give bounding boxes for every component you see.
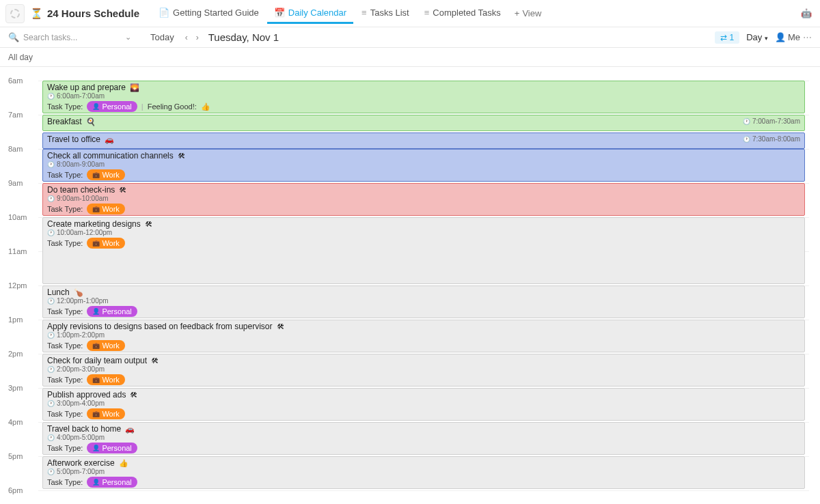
event-title: Afterwork exercise 👍	[47, 458, 800, 468]
current-date: Tuesday, Nov 1	[208, 31, 279, 43]
tag-icon: 💼	[92, 171, 100, 178]
tab-tasks-list[interactable]: ≡Tasks List	[355, 3, 416, 24]
clock-icon: 🕐	[47, 298, 55, 305]
event-emoji-icon: 👍	[117, 459, 128, 467]
tag-icon: 👤	[92, 479, 100, 486]
time-label: 4pm	[8, 418, 23, 426]
tag-icon: 💼	[92, 410, 100, 417]
view-granularity-select[interactable]: Day ▾	[746, 32, 768, 42]
event-meta: Task Type: 💼Work	[47, 340, 800, 351]
calendar-event[interactable]: Check for daily team output 🛠🕐2:00pm-3:0…	[42, 354, 805, 387]
task-type-tag[interactable]: 👤Personal	[87, 477, 137, 488]
clock-icon: 🕐	[47, 400, 55, 407]
task-type-tag[interactable]: 👤Personal	[87, 101, 137, 112]
calendar-event[interactable]: Breakfast 🍳🕐7:00am-7:30am	[42, 115, 805, 131]
clock-icon: 🕐	[743, 136, 750, 143]
menu-button[interactable]	[5, 4, 25, 23]
time-label: 6pm	[8, 486, 23, 494]
add-view-button[interactable]: + View	[508, 4, 549, 23]
event-time: 🕐2:00pm-3:00pm	[47, 365, 800, 373]
tab-label: Completed Tasks	[433, 8, 500, 18]
filter-badge[interactable]: ⇄ 1	[715, 31, 740, 44]
time-label: 7am	[8, 111, 23, 119]
tag-icon: 💼	[92, 240, 100, 247]
more-options-button[interactable]: ⋯	[803, 32, 812, 42]
calendar-event[interactable]: Wake up and prepare 🌄🕐6:00am-7:00amTask …	[42, 81, 805, 113]
tag-icon: 💼	[92, 206, 100, 212]
tab-getting-started-guide[interactable]: 📄Getting Started Guide	[152, 3, 266, 24]
task-type-tag[interactable]: 💼Work	[87, 408, 124, 419]
spinner-icon	[10, 9, 20, 18]
clock-icon: 🕐	[47, 93, 55, 100]
calendar-event[interactable]: Apply revisions to designs based on feed…	[42, 320, 805, 352]
tab-daily-calendar[interactable]: 📅Daily Calendar	[267, 3, 353, 24]
event-title: Travel to office 🚗	[47, 135, 800, 144]
task-type-tag[interactable]: 💼Work	[87, 204, 124, 214]
tab-completed-tasks[interactable]: ≡Completed Tasks	[418, 3, 508, 24]
task-type-tag[interactable]: 👤Personal	[87, 443, 137, 453]
task-type-tag[interactable]: 👤Personal	[87, 306, 137, 317]
next-day-button[interactable]: ›	[192, 33, 203, 42]
tag-icon: 👤	[92, 308, 100, 315]
add-view-label: View	[522, 8, 541, 18]
feeling-value: 👍	[201, 102, 210, 111]
time-label: 1pm	[8, 316, 23, 324]
time-label: 11am	[8, 247, 27, 255]
event-title: Travel back to home 🚗	[47, 424, 800, 434]
tag-icon: 💼	[92, 376, 100, 383]
clock-icon: 🕐	[47, 195, 55, 202]
event-title: Create marketing designs 🛠	[47, 219, 800, 229]
hour-gridline	[38, 490, 809, 491]
calendar-event[interactable]: Do team check-ins 🛠🕐9:00am-10:00amTask T…	[42, 183, 805, 216]
tab-icon: 📄	[159, 8, 169, 18]
event-time: 🕐12:00pm-1:00pm	[47, 297, 800, 305]
calendar-event[interactable]: Publish approved ads 🛠🕐3:00pm-4:00pmTask…	[42, 388, 805, 421]
event-meta: Task Type: 👤Personal	[47, 477, 800, 488]
task-type-tag[interactable]: 💼Work	[87, 340, 124, 351]
event-title: Apply revisions to designs based on feed…	[47, 322, 800, 331]
clock-icon: 🕐	[47, 332, 55, 339]
tag-icon: 👤	[92, 445, 100, 451]
task-type-label: Task Type:	[47, 307, 83, 316]
task-type-label: Task Type:	[47, 205, 83, 213]
event-time: 🕐4:00pm-5:00pm	[47, 434, 800, 441]
page-title[interactable]: ⏳ 24 Hours Schedule	[30, 8, 139, 20]
chevron-down-icon[interactable]: ⌄	[125, 33, 131, 42]
toolbar: 🔍 Search tasks... ⌄ Today ‹ › Tuesday, N…	[0, 27, 820, 48]
calendar-event[interactable]: Check all communication channels 🛠🕐8:00a…	[42, 149, 805, 182]
event-title: Check all communication channels 🛠	[47, 151, 800, 160]
event-meta: Task Type: 💼Work	[47, 238, 800, 249]
event-emoji-icon: 🌄	[128, 83, 139, 92]
event-title: Check for daily team output 🛠	[47, 356, 800, 365]
tab-label: Tasks List	[370, 8, 409, 18]
calendar-event[interactable]: Lunch 🍗🕐12:00pm-1:00pmTask Type: 👤Person…	[42, 285, 805, 318]
me-filter-button[interactable]: 👤 Me	[775, 32, 800, 42]
event-title: Publish approved ads 🛠	[47, 390, 800, 400]
calendar-grid: 6am7am8am9am10am11am12pm1pm2pm3pm4pm5pm6…	[38, 67, 809, 504]
filter-count: 1	[730, 33, 735, 42]
task-type-tag[interactable]: 💼Work	[87, 238, 124, 249]
time-label: 12pm	[8, 281, 27, 290]
time-label: 8am	[8, 145, 23, 153]
task-type-tag[interactable]: 💼Work	[87, 169, 124, 180]
task-type-tag[interactable]: 💼Work	[87, 374, 124, 385]
calendar-event[interactable]: Create marketing designs 🛠🕐10:00am-12:00…	[42, 217, 805, 284]
view-tabs: 📄Getting Started Guide📅Daily Calendar≡Ta…	[152, 3, 508, 24]
calendar-event[interactable]: Afterwork exercise 👍🕐5:00pm-7:00pmTask T…	[42, 456, 805, 489]
search-input[interactable]: 🔍 Search tasks... ⌄	[8, 32, 131, 42]
automation-icon[interactable]: 🤖	[798, 5, 815, 21]
event-time: 🕐7:00am-7:30am	[743, 117, 800, 125]
event-time: 🕐7:30am-8:00am	[743, 135, 800, 143]
event-time: 🕐1:00pm-2:00pm	[47, 331, 800, 339]
task-type-label: Task Type:	[47, 478, 83, 486]
task-type-label: Task Type:	[47, 444, 83, 452]
today-button[interactable]: Today	[150, 32, 174, 42]
top-header: ⏳ 24 Hours Schedule 📄Getting Started Gui…	[0, 0, 820, 27]
event-emoji-icon: 🛠	[275, 322, 284, 331]
event-meta: Task Type: 👤Personal	[47, 443, 800, 453]
all-day-row[interactable]: All day	[0, 48, 820, 67]
clock-icon: 🕐	[47, 229, 55, 236]
prev-day-button[interactable]: ‹	[181, 33, 192, 42]
calendar-event[interactable]: Travel back to home 🚗🕐4:00pm-5:00pmTask …	[42, 422, 805, 455]
calendar-event[interactable]: Travel to office 🚗🕐7:30am-8:00am	[42, 132, 805, 149]
